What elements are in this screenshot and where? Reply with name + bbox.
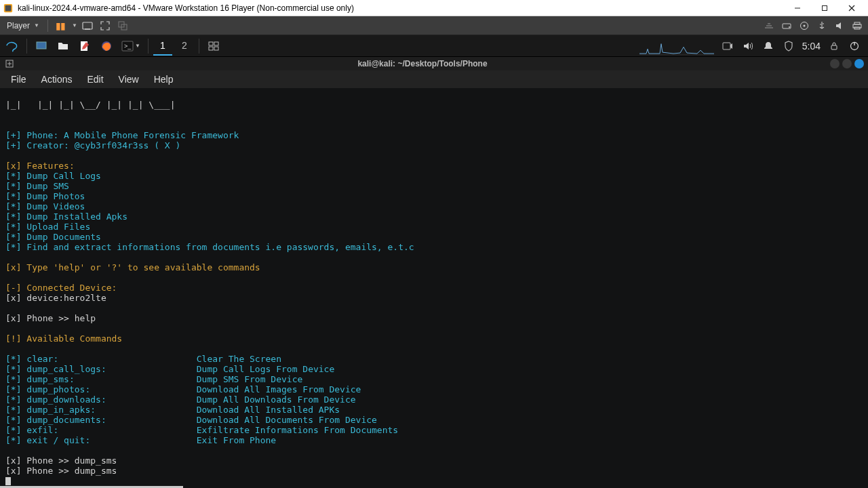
svg-point-11	[789, 26, 790, 28]
volume-icon[interactable]	[741, 39, 755, 53]
brk: [+]	[5, 130, 21, 140]
terminal-maximize-button[interactable]	[842, 59, 852, 68]
cmd: dump_downloads:	[21, 394, 196, 405]
brk: [*]	[5, 222, 21, 232]
desc: Dump All Downloads From Device	[197, 394, 356, 405]
printer-icon[interactable]	[849, 18, 865, 34]
brk: [*]	[5, 435, 21, 445]
brk: [*]	[5, 242, 21, 252]
terminal-titlebar: kali@kali: ~/Desktop/Tools/Phone	[0, 57, 868, 70]
toolbar-separator	[47, 20, 48, 32]
brk: [*]	[5, 232, 21, 242]
new-tab-button[interactable]	[4, 58, 15, 69]
screen-recorder-icon[interactable]	[721, 39, 734, 53]
terminal-title: kali@kali: ~/Desktop/Tools/Phone	[15, 59, 830, 68]
svg-rect-27	[831, 45, 837, 49]
power-icon[interactable]	[848, 39, 861, 53]
desc: Download All Installed APKs	[197, 405, 340, 415]
cmd: exfil:	[21, 425, 196, 435]
desc: Download All Documents From Device	[197, 415, 377, 425]
maximize-button[interactable]	[811, 1, 838, 16]
txt: Upload Files	[21, 222, 90, 232]
menu-view[interactable]: View	[112, 72, 146, 87]
txt: Dump Documents	[21, 232, 100, 242]
menu-actions[interactable]: Actions	[35, 72, 79, 87]
pause-vm-button[interactable]: ▮▮	[52, 18, 68, 34]
menu-edit[interactable]: Edit	[80, 72, 110, 87]
svg-rect-1	[5, 5, 12, 11]
firefox-button[interactable]	[97, 37, 116, 56]
hard-disk-icon[interactable]	[778, 18, 795, 34]
workspace-2[interactable]: 2	[175, 37, 194, 56]
brk: [*]	[5, 201, 21, 211]
show-desktop-button[interactable]	[32, 37, 51, 56]
kali-menu-button[interactable]	[3, 37, 22, 56]
txt: Available Commands	[21, 333, 122, 344]
clock[interactable]: 5:04	[802, 41, 821, 52]
terminal-launcher-button[interactable]: >_ ▼	[119, 37, 143, 56]
txt: Dump Videos	[21, 201, 85, 211]
show-all-windows-button[interactable]	[204, 37, 223, 56]
window-title: kali-linux-2024.4-vmware-amd64 - VMware …	[18, 3, 784, 13]
svg-rect-24	[209, 47, 213, 50]
vmware-icon	[3, 3, 14, 14]
send-ctrl-alt-del-button[interactable]	[79, 18, 96, 34]
desc: Clear The Screen	[197, 354, 281, 364]
desc: Exfiltrate Informations From Documents	[197, 425, 398, 435]
desc: Dump SMS From Device	[197, 374, 303, 384]
cdrom-icon[interactable]	[796, 18, 812, 34]
notifications-icon[interactable]	[762, 39, 775, 53]
brk: [x]	[5, 161, 21, 171]
close-button[interactable]	[838, 1, 865, 16]
terminal-minimize-button[interactable]	[830, 59, 840, 68]
unity-mode-button[interactable]	[115, 18, 131, 34]
brk: [*]	[5, 181, 21, 191]
terminal-menubar: File Actions Edit View Help	[0, 70, 868, 88]
brk: [!]	[5, 333, 21, 344]
ascii-art-line: |_| |_| |_| \__/ |_| |_| \___|	[5, 100, 175, 110]
windows-titlebar: kali-linux-2024.4-vmware-amd64 - VMware …	[0, 0, 868, 16]
pause-menu-dropdown[interactable]: ▼	[70, 18, 78, 34]
txt: Phone >> dump_sms	[21, 466, 117, 476]
player-menu[interactable]: Player ▼	[3, 18, 43, 33]
brk: [*]	[5, 415, 21, 425]
cmd: exit / quit:	[21, 435, 196, 445]
taskbar-separator	[199, 39, 199, 54]
usb-icon[interactable]	[814, 18, 830, 34]
svg-rect-26	[723, 43, 730, 49]
minimize-button[interactable]	[784, 1, 811, 16]
txt: Dump Call Logs	[21, 171, 100, 181]
fullscreen-button[interactable]	[97, 18, 113, 34]
brk: [+]	[5, 140, 21, 150]
brk: [*]	[5, 171, 21, 181]
txt: Creator: @cyb3rf034r3ss ( X )	[21, 140, 180, 150]
brk: [-]	[5, 283, 21, 293]
terminal-close-button[interactable]	[854, 59, 864, 68]
brk: [x]	[5, 455, 21, 466]
menu-file[interactable]: File	[4, 72, 33, 87]
workspace-1[interactable]: 1	[153, 37, 172, 56]
text-editor-button[interactable]	[75, 37, 94, 56]
sound-icon[interactable]	[831, 18, 848, 34]
txt: Features:	[21, 161, 74, 171]
file-manager-button[interactable]	[54, 37, 73, 56]
brk: [*]	[5, 405, 21, 415]
network-adapter-icon[interactable]	[761, 18, 777, 34]
desc: Exit From Phone	[197, 435, 276, 445]
brk: [x]	[5, 293, 21, 303]
security-icon[interactable]	[782, 39, 795, 53]
terminal-output[interactable]: |_| |_| |_| \__/ |_| |_| \___| [+] Phone…	[0, 88, 868, 485]
brk: [x]	[5, 466, 21, 476]
taskbar-separator	[148, 39, 149, 54]
txt: Dump Installed Apks	[21, 211, 127, 222]
cmd: dump_documents:	[21, 415, 196, 425]
brk: [*]	[5, 191, 21, 201]
cmd: dump_in_apks:	[21, 405, 196, 415]
menu-help[interactable]: Help	[147, 72, 180, 87]
brk: [x]	[5, 313, 21, 323]
player-menu-label: Player	[7, 21, 30, 30]
brk: [*]	[5, 425, 21, 435]
lock-icon[interactable]	[827, 39, 841, 53]
vmware-toolbar: Player ▼ ▮▮ ▼	[0, 16, 868, 35]
svg-rect-25	[214, 47, 218, 50]
